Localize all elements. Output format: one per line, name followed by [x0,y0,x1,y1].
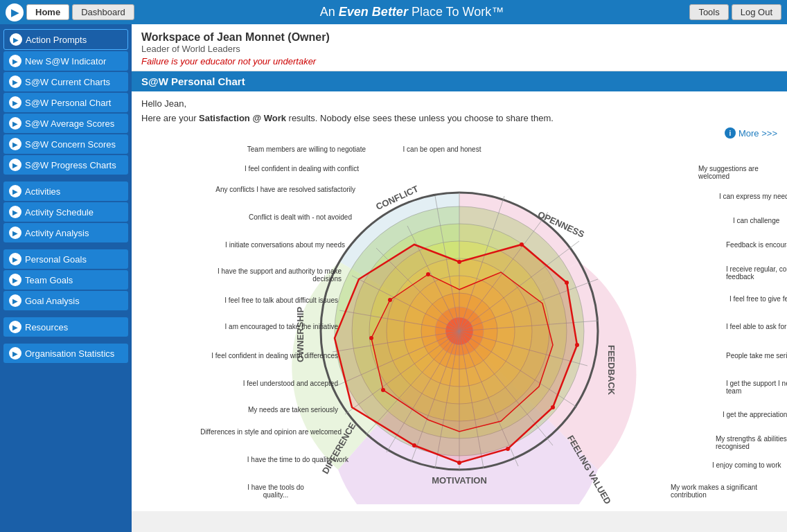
sidebar-item-personal-goals[interactable]: ▶ Personal Goals [3,249,128,269]
sidebar: ▶ Action Prompts ▶ New S@W Indicator ▶ S… [0,24,132,532]
radar-label-resolved: Any conflicts I have are resolved satisf… [200,186,355,193]
sidebar-item-activities[interactable]: ▶ Activities [3,181,128,201]
header: ▶ Home Dashboard An Even Better Place To… [0,0,787,24]
tools-button[interactable]: Tools [689,4,728,20]
sidebar-label-team-goals: Team Goals [25,275,73,285]
svg-text:FEEDBACK: FEEDBACK [606,345,617,396]
sidebar-item-sw-personal-chart[interactable]: ▶ S@W Personal Chart [3,93,128,112]
radar-label-challenge: I can challenge [733,217,787,224]
radar-label-initiate: I initiate conversations about my needs [200,241,345,249]
main-content: Workspace of Jean Monnet (Owner) Leader … [132,24,787,532]
sidebar-item-sw-progress-charts[interactable]: ▶ S@W Progress Charts [3,155,128,175]
sw-average-icon: ▶ [9,117,21,130]
activity-analysis-icon: ▶ [9,227,21,239]
radar-label-feedback-encouraged: Feedback is encouraged [726,241,787,249]
sidebar-label-sw-progress: S@W Progress Charts [25,160,116,170]
sidebar-item-sw-concern-scores[interactable]: ▶ S@W Concern Scores [3,134,128,154]
radar-label-support-authority: I have the support and authority to make… [200,267,342,283]
logo-icon: ▶ [6,3,24,21]
radar-label-initiative: I am encouraged to take the initiative [200,323,338,330]
radar-label-style-opinion: Differences in style and opinion are wel… [200,428,342,436]
radar-label-strengths: My strengths & abilities are recognised [716,435,787,450]
svg-point-56 [506,447,510,451]
more-link[interactable]: i More >>> [141,127,777,139]
sw-personal-icon: ▶ [9,96,21,109]
svg-point-52 [520,242,524,247]
sidebar-label-personal-goals: Personal Goals [25,254,87,265]
results-text: Here are your Satisfaction @ Work result… [141,113,777,123]
workspace-leader: Leader of World Leaders [141,44,777,54]
activity-schedule-icon: ▶ [9,206,21,218]
new-sw-icon: ▶ [9,55,21,67]
sidebar-label-sw-personal: S@W Personal Chart [25,98,111,108]
svg-point-60 [369,336,373,340]
app-title: An Even Better Place To Work™ [137,5,687,19]
sidebar-item-activity-analysis[interactable]: ▶ Activity Analysis [3,223,128,242]
dashboard-button[interactable]: Dashboard [72,4,134,20]
workspace-title: Workspace of Jean Monnet (Owner) [141,31,777,44]
radar-label-open-honest: I can be open and honest [400,145,484,153]
radar-label-support-team: I get the support I need from my team [726,380,787,395]
radar-label-quality-time: I have the time to do quality work [213,456,348,463]
radar-label-difficult-issues: I feel free to talk about difficult issu… [200,296,338,304]
goal-analysis-icon: ▶ [9,294,21,307]
sidebar-label-activity-analysis: Activity Analysis [25,228,89,238]
sidebar-item-team-goals[interactable]: ▶ Team Goals [3,270,128,290]
more-label[interactable]: More >>> [739,128,777,139]
sidebar-label-new-sw: New S@W Indicator [25,56,106,66]
radar-label-ask-feedback: I feel able to ask for feedback [726,323,787,330]
svg-point-55 [551,405,555,409]
sw-concern-icon: ▶ [9,138,21,150]
radar-label-express-needs: I can express my needs [719,193,787,200]
radar-label-needs-serious: My needs are taken seriously [200,406,338,414]
sidebar-item-action-prompts[interactable]: ▶ Action Prompts [3,29,128,50]
sidebar-item-organisation-statistics[interactable]: ▶ Organisation Statistics [3,344,128,363]
chart-container: Hello Jean, Here are your Satisfaction @… [132,91,787,511]
activities-icon: ▶ [9,185,21,197]
svg-point-59 [381,388,385,392]
radar-label-negotiate: Team members are willing to negotiate [200,145,366,153]
info-icon: i [725,127,736,139]
radar-label-regular-feedback: I receive regular, constructive feedback [726,265,787,281]
sidebar-label-goal-analysis: Goal Analysis [25,296,80,306]
radar-label-differences: I feel confident in dealing with differe… [200,352,338,360]
sw-progress-icon: ▶ [9,159,21,171]
radar-label-enjoy: I enjoy coming to work [712,461,787,469]
personal-goals-icon: ▶ [9,253,21,265]
svg-point-61 [388,298,392,302]
radar-label-tools: I have the tools do quality... [234,484,317,499]
sidebar-label-activities: Activities [25,186,60,197]
org-stats-icon: ▶ [9,347,21,360]
sidebar-item-resources[interactable]: ▶ Resources [3,317,128,337]
svg-point-58 [412,443,416,447]
sidebar-label-resources: Resources [25,322,68,332]
sidebar-item-goal-analysis[interactable]: ▶ Goal Analysis [3,291,128,310]
radar-label-significant: My work makes a significant contribution [671,484,761,499]
sidebar-item-sw-average-scores[interactable]: ▶ S@W Average Scores [3,114,128,133]
radar-label-conflict-avoided: Conflict is dealt with - not avoided [200,213,352,221]
radar-label-seriously: People take me seriously [726,352,787,360]
sidebar-item-activity-schedule[interactable]: ▶ Activity Schedule [3,202,128,222]
radar-label-conflict: I feel confident in dealing with conflic… [200,165,359,172]
radar-label-understood: I feel understood and accepted [200,380,338,387]
sidebar-label-sw-concern: S@W Concern Scores [25,139,116,150]
svg-text:MOTIVATION: MOTIVATION [432,475,487,486]
sidebar-label-activity-schedule: Activity Schedule [25,207,94,218]
svg-point-62 [426,272,430,276]
sidebar-label-sw-current: S@W Current Charts [25,77,110,87]
sidebar-item-new-sw-indicator[interactable]: ▶ New S@W Indicator [3,51,128,71]
home-button[interactable]: Home [26,4,69,20]
layout: ▶ Action Prompts ▶ New S@W Indicator ▶ S… [0,24,787,532]
action-prompts-icon: ▶ [10,33,22,46]
team-goals-icon: ▶ [9,274,21,286]
svg-point-57 [457,461,461,465]
svg-point-54 [575,343,579,347]
radar-chart-wrapper: CONFLICT OPENNESS FEEDBACK FEELING VALUE… [200,144,719,504]
logout-button[interactable]: Log Out [732,4,781,20]
radar-label-give-feedback: I feel free to give feedback [729,295,787,303]
sidebar-label-action-prompts: Action Prompts [26,35,87,45]
sidebar-item-sw-current-charts[interactable]: ▶ S@W Current Charts [3,72,128,91]
workspace-quote: Failure is your educator not your undert… [141,56,777,66]
radar-label-suggestions: My suggestions are welcomed [698,165,787,180]
hello-text: Hello Jean, [141,98,777,109]
